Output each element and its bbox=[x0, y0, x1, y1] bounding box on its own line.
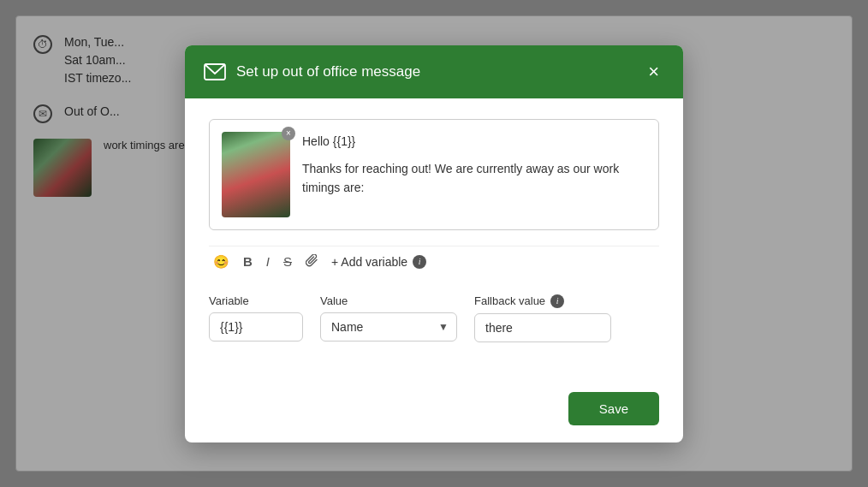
mail-icon bbox=[204, 63, 226, 80]
modal-header: Set up out of office message × bbox=[185, 45, 683, 98]
message-body: Thanks for reaching out! We are currentl… bbox=[302, 159, 646, 198]
variable-input[interactable] bbox=[209, 312, 303, 341]
add-variable-label: + Add variable bbox=[331, 255, 407, 269]
value-select-wrap: Name Email Phone ▼ bbox=[320, 312, 457, 341]
value-col: Value Name Email Phone ▼ bbox=[320, 294, 457, 341]
modal-close-button[interactable]: × bbox=[643, 61, 664, 83]
modal-footer: Save bbox=[185, 383, 683, 442]
modal-overlay: Set up out of office message × × Hello {… bbox=[0, 0, 868, 487]
variable-row: Variable Value Name Email Phone ▼ bbox=[209, 294, 659, 342]
message-text-area: Hello {{1}} Thanks for reaching out! We … bbox=[302, 132, 646, 217]
fallback-info-icon: i bbox=[550, 294, 564, 308]
paperclip-icon bbox=[306, 254, 318, 267]
fallback-label: Fallback value bbox=[474, 294, 545, 307]
add-variable-button[interactable]: + Add variable bbox=[331, 255, 407, 269]
out-of-office-modal: Set up out of office message × × Hello {… bbox=[185, 45, 683, 442]
save-button[interactable]: Save bbox=[568, 392, 659, 425]
bold-button[interactable]: B bbox=[239, 252, 257, 271]
fallback-input[interactable] bbox=[474, 313, 611, 342]
image-remove-button[interactable]: × bbox=[282, 127, 295, 140]
toolbar-info-icon: i bbox=[413, 255, 426, 269]
variable-label: Variable bbox=[209, 294, 303, 307]
attach-button[interactable] bbox=[301, 252, 323, 272]
variable-col: Variable bbox=[209, 294, 303, 341]
modal-body: × Hello {{1}} Thanks for reaching out! W… bbox=[185, 98, 683, 383]
emoji-button[interactable]: 😊 bbox=[209, 252, 234, 272]
strikethrough-button[interactable]: S bbox=[279, 252, 296, 271]
modal-title: Set up out of office message bbox=[236, 63, 420, 80]
message-image-wrap: × bbox=[222, 132, 290, 217]
value-label: Value bbox=[320, 294, 457, 307]
editor-toolbar: 😊 B I S + Add variable i bbox=[209, 246, 659, 277]
hello-line: Hello {{1}} bbox=[302, 132, 646, 151]
italic-button[interactable]: I bbox=[262, 252, 274, 271]
value-select[interactable]: Name Email Phone bbox=[320, 312, 457, 341]
message-preview-box: × Hello {{1}} Thanks for reaching out! W… bbox=[209, 119, 659, 230]
message-flower-image bbox=[222, 132, 290, 217]
fallback-col: Fallback value i bbox=[474, 294, 611, 342]
modal-header-left: Set up out of office message bbox=[204, 63, 420, 80]
fallback-label-row: Fallback value i bbox=[474, 294, 611, 308]
